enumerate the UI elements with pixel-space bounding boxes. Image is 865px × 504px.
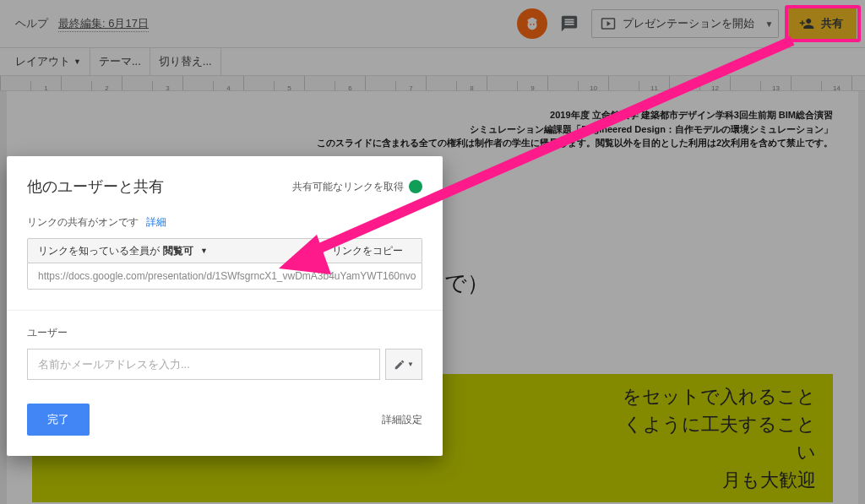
share-dialog: 他のユーザーと共有 共有可能なリンクを取得 リンクの共有がオンです 詳細 リンク… (7, 156, 443, 456)
permission-level: 閲覧可 (163, 244, 193, 258)
link-detail-link[interactable]: 詳細 (146, 216, 166, 228)
link-status-dot (409, 180, 422, 193)
link-sharing-status-row: リンクの共有がオンです 詳細 (7, 212, 443, 238)
link-permission-dropdown[interactable]: リンクを知っている全員が閲覧可 ▼ (27, 238, 313, 263)
share-dialog-title: 他のユーザーと共有 (27, 176, 164, 197)
get-link-label: 共有可能なリンクを取得 (292, 180, 404, 194)
done-button[interactable]: 完了 (27, 404, 90, 436)
copy-link-button[interactable]: リンクをコピー (313, 238, 422, 263)
permission-prefix: リンクを知っている全員が (38, 244, 160, 258)
copy-link-label: リンクをコピー (332, 244, 403, 258)
permission-edit-button[interactable]: ▼ (385, 349, 422, 380)
pencil-icon (394, 359, 405, 371)
link-on-text: リンクの共有がオンです (27, 216, 139, 228)
chevron-down-icon: ▼ (407, 360, 414, 368)
chevron-down-icon: ▼ (200, 247, 208, 255)
user-section-label: ユーザー (27, 326, 422, 340)
advanced-settings-link[interactable]: 詳細設定 (382, 413, 422, 427)
share-url-field[interactable]: https://docs.google.com/presentation/d/1… (27, 263, 422, 290)
user-email-input[interactable] (27, 349, 380, 380)
get-link-button[interactable]: 共有可能なリンクを取得 (292, 180, 422, 194)
